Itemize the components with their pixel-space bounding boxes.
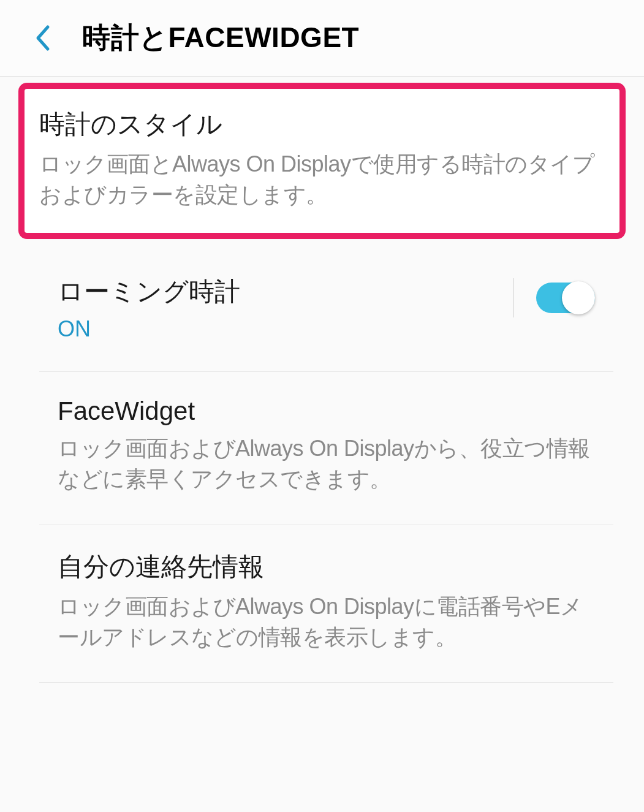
setting-description: ロック画面およびAlways On Displayに電話番号やEメールアドレスな… xyxy=(58,591,595,653)
setting-title: FaceWidget xyxy=(58,397,595,426)
highlighted-setting: 時計のスタイル ロック画面とAlways On Displayで使用する時計のタ… xyxy=(18,83,626,239)
setting-title: ローミング時計 xyxy=(58,275,501,309)
setting-contact-info[interactable]: 自分の連絡先情報 ロック画面およびAlways On Displayに電話番号や… xyxy=(39,525,613,683)
page-title: 時計とFACEWIDGET xyxy=(82,19,359,57)
setting-status: ON xyxy=(58,316,501,342)
setting-clock-style[interactable]: 時計のスタイル ロック画面とAlways On Displayで使用する時計のタ… xyxy=(25,89,619,233)
setting-roaming-clock[interactable]: ローミング時計 ON xyxy=(39,250,613,372)
chevron-left-icon xyxy=(34,25,50,51)
setting-title: 自分の連絡先情報 xyxy=(58,550,595,584)
back-icon[interactable] xyxy=(27,23,58,53)
settings-list: 時計のスタイル ロック画面とAlways On Displayで使用する時計のタ… xyxy=(0,83,644,683)
setting-description: ロック画面とAlways On Displayで使用する時計のタイプおよびカラー… xyxy=(39,149,605,211)
toggle-divider xyxy=(513,278,514,317)
header: 時計とFACEWIDGET xyxy=(0,0,644,77)
roaming-clock-toggle[interactable] xyxy=(536,283,595,313)
toggle-container xyxy=(513,278,595,317)
toggle-knob xyxy=(562,281,595,314)
setting-description: ロック画面およびAlways On Displayから、役立つ情報などに素早くア… xyxy=(58,433,595,495)
setting-facewidget[interactable]: FaceWidget ロック画面およびAlways On Displayから、役… xyxy=(39,372,613,525)
setting-title: 時計のスタイル xyxy=(39,107,605,142)
